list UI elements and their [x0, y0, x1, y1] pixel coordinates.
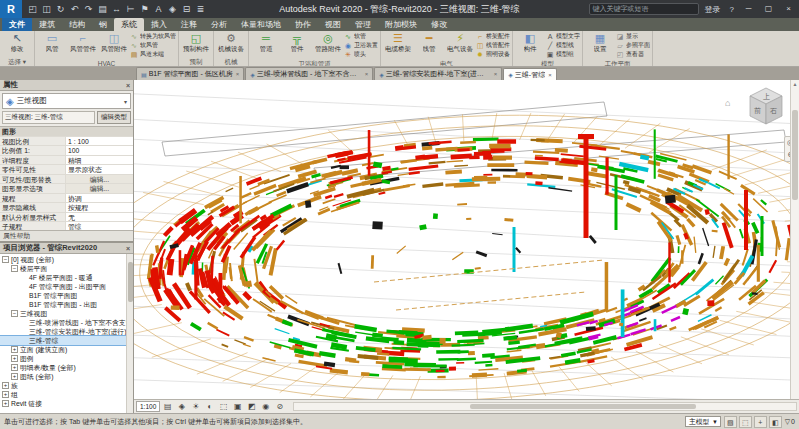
ribbon-tab-建筑[interactable]: 建筑: [32, 18, 62, 31]
scale-button[interactable]: 1:100: [136, 401, 160, 412]
property-group-header[interactable]: 图形: [0, 127, 133, 137]
tree-item[interactable]: 三维-管综: [0, 336, 133, 345]
tool-mechanical-equipment[interactable]: ⚙机械设备: [216, 32, 246, 54]
tool-modify-arrow[interactable]: ↖修改: [2, 32, 32, 54]
home-icon[interactable]: ⌂: [725, 98, 730, 108]
tool-cable-tray-fitting[interactable]: ⌐桥架配件: [476, 32, 510, 41]
type-selector[interactable]: ◈ 三维视图 ▾: [2, 93, 131, 109]
help-button[interactable]: ?: [727, 5, 737, 14]
tree-item[interactable]: 4F 管综平面图 - 出图平面: [0, 282, 133, 291]
ribbon-tab-分析[interactable]: 分析: [204, 18, 234, 31]
ribbon-tab-管理[interactable]: 管理: [348, 18, 378, 31]
ribbon-tab-视图[interactable]: 视图: [318, 18, 348, 31]
ribbon-tab-结构[interactable]: 结构: [62, 18, 92, 31]
property-edit-button[interactable]: 编辑...: [66, 184, 133, 193]
print-icon[interactable]: ▤: [96, 2, 109, 16]
aligned-dim-icon[interactable]: ⊢: [124, 2, 137, 16]
reveal-hidden-icon[interactable]: ◉: [259, 401, 272, 413]
tree-item[interactable]: +组: [0, 390, 133, 399]
property-value[interactable]: 显示原状态: [66, 165, 133, 174]
panel-caption[interactable]: 卫浴和管道: [251, 59, 378, 67]
expand-icon[interactable]: +: [11, 373, 18, 380]
tool-viewer[interactable]: ◰查看器: [616, 50, 650, 59]
open-icon[interactable]: ◰: [26, 2, 39, 16]
tool-model-line[interactable]: ╱模型线: [546, 41, 580, 50]
tree-item[interactable]: −楼层平面: [0, 264, 133, 273]
expand-icon[interactable]: +: [11, 364, 18, 371]
editable-only-toggle[interactable]: ▧: [724, 416, 737, 428]
panel-caption[interactable]: 工作平面: [585, 59, 650, 67]
close-button[interactable]: ×: [780, 0, 797, 18]
expand-icon[interactable]: +: [2, 382, 9, 389]
tool-pipe[interactable]: ═管道: [251, 32, 281, 54]
view-cube[interactable]: ⌂ 上 前 右: [725, 84, 785, 132]
save-icon[interactable]: ◫: [40, 2, 53, 16]
panel-caption[interactable]: HVAC: [37, 59, 176, 67]
show-crop-icon[interactable]: ▣: [231, 401, 244, 413]
property-value[interactable]: 100: [66, 146, 133, 155]
ribbon-tab-文件[interactable]: 文件: [2, 18, 32, 31]
3d-model-view[interactable]: [134, 80, 790, 399]
close-icon[interactable]: ×: [493, 71, 498, 77]
panel-caption[interactable]: 电气: [383, 59, 510, 67]
tool-duct-fitting[interactable]: ⌐风管管件: [68, 32, 98, 54]
property-edit-button[interactable]: 编辑...: [66, 175, 133, 184]
tool-conduit-fitting[interactable]: ◫线管配件: [476, 41, 510, 50]
design-option-select[interactable]: 主模型 ▾: [685, 416, 721, 427]
close-icon[interactable]: ×: [547, 72, 552, 78]
panel-caption[interactable]: 机械: [216, 57, 246, 66]
properties-close-icon[interactable]: ×: [126, 82, 130, 89]
tool-lighting-fixture[interactable]: ✹照明设备: [476, 50, 510, 59]
ribbon-tab-注释[interactable]: 注释: [174, 18, 204, 31]
search-input[interactable]: 键入关键字或短语: [589, 3, 699, 15]
tree-item[interactable]: +图例: [0, 354, 133, 363]
expand-icon[interactable]: +: [2, 391, 9, 398]
text-icon[interactable]: A: [152, 2, 165, 16]
property-value[interactable]: 无: [66, 213, 133, 222]
tool-electrical-equipment[interactable]: ⚡电气设备: [445, 32, 475, 54]
expand-icon[interactable]: +: [2, 400, 9, 407]
ribbon-tab-附加模块[interactable]: 附加模块: [378, 18, 424, 31]
tag-icon[interactable]: ⚑: [138, 2, 151, 16]
tree-item[interactable]: B1F 管综平面图: [0, 291, 133, 300]
detail-level-icon[interactable]: ▤: [161, 401, 174, 413]
redo-icon[interactable]: ↷: [82, 2, 95, 16]
view-tab[interactable]: ◈三维-管综安装图样-地下室(进行)大样×: [374, 67, 502, 80]
tool-duct-accessory[interactable]: ◫风管附件: [99, 32, 129, 54]
panel-caption[interactable]: 模型: [515, 59, 580, 67]
ribbon-tab-体量和场地[interactable]: 体量和场地: [234, 18, 288, 31]
tree-item[interactable]: +明细表/数量 (全部): [0, 363, 133, 372]
view-tab[interactable]: ▤B1F 管综平面图 - 低区机房×: [136, 67, 244, 80]
view-tab[interactable]: ◈三维-管综×: [503, 68, 556, 80]
ribbon-tab-协作[interactable]: 协作: [288, 18, 318, 31]
project-browser-close-icon[interactable]: ×: [126, 245, 130, 252]
property-value[interactable]: 管综: [66, 222, 133, 230]
tool-component[interactable]: ◧构件: [515, 32, 545, 54]
tree-item[interactable]: B1F 管综平面图 - 出图: [0, 300, 133, 309]
tool-air-terminal[interactable]: ▤风道末端: [130, 50, 176, 59]
tool-sprinkler[interactable]: ✳喷头: [344, 50, 378, 59]
panel-caption[interactable]: 选择 ▾: [2, 57, 32, 66]
tool-flex-pipe[interactable]: ∿软管: [344, 32, 378, 41]
ribbon-tab-系统[interactable]: 系统: [114, 18, 144, 31]
tree-item[interactable]: 三维-喷淋管线图 - 地下室不含支管: [0, 318, 133, 327]
expand-icon[interactable]: +: [11, 346, 18, 353]
shadows-icon[interactable]: ◐: [203, 401, 216, 413]
signin-button[interactable]: 登录: [702, 4, 724, 15]
property-value[interactable]: 按规程: [66, 203, 133, 212]
tool-show-work-plane[interactable]: ◪显示: [616, 32, 650, 41]
default-3d-icon[interactable]: ◈: [166, 2, 179, 16]
tool-flex-duct[interactable]: ∿软风管: [130, 41, 176, 50]
sun-path-icon[interactable]: ☀: [189, 401, 202, 413]
ribbon-tab-钢[interactable]: 钢: [92, 18, 114, 31]
tool-plumbing-fixture[interactable]: ◉卫浴装置: [344, 41, 378, 50]
tool-duct[interactable]: ▭风管: [37, 32, 67, 54]
press-drag-toggle[interactable]: +: [754, 416, 767, 428]
tool-conduit[interactable]: ━线管: [414, 32, 444, 54]
collapse-icon[interactable]: −: [11, 310, 18, 317]
exclude-options-toggle[interactable]: ⬚: [739, 416, 752, 428]
instance-selector[interactable]: 三维视图: 三维-管综: [2, 111, 95, 124]
expand-icon[interactable]: +: [11, 355, 18, 362]
tool-fabrication-part[interactable]: ◱预制构件: [181, 32, 211, 54]
close-icon[interactable]: ×: [235, 71, 240, 77]
